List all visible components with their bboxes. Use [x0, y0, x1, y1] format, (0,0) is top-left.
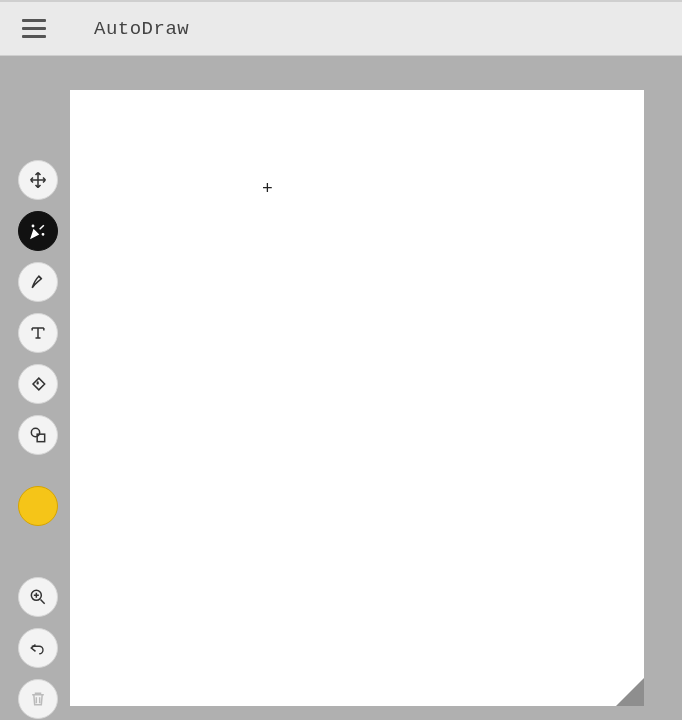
drawing-canvas[interactable]: +: [70, 90, 644, 706]
autodraw-icon: [28, 221, 48, 241]
pencil-icon: [28, 272, 48, 292]
app-title: AutoDraw: [94, 18, 189, 40]
undo-button[interactable]: [18, 628, 58, 668]
bucket-icon: [28, 374, 48, 394]
svg-point-2: [31, 428, 39, 436]
select-tool[interactable]: [18, 160, 58, 200]
color-picker[interactable]: [18, 486, 58, 526]
shape-tool[interactable]: [18, 415, 58, 455]
undo-icon: [28, 638, 48, 658]
autodraw-tool[interactable]: [18, 211, 58, 251]
type-tool[interactable]: [18, 313, 58, 353]
zoom-tool[interactable]: [18, 577, 58, 617]
workspace: +: [0, 56, 682, 720]
crosshair-cursor: +: [262, 180, 273, 198]
trash-icon: [28, 689, 48, 709]
text-icon: [28, 323, 48, 343]
resize-handle[interactable]: [616, 678, 644, 706]
fill-tool[interactable]: [18, 364, 58, 404]
app-header: AutoDraw: [0, 0, 682, 56]
delete-button[interactable]: [18, 679, 58, 719]
draw-tool[interactable]: [18, 262, 58, 302]
move-icon: [28, 170, 48, 190]
zoom-icon: [28, 587, 48, 607]
toolbar: [18, 160, 58, 720]
shape-icon: [28, 425, 48, 445]
menu-button[interactable]: [22, 15, 50, 43]
